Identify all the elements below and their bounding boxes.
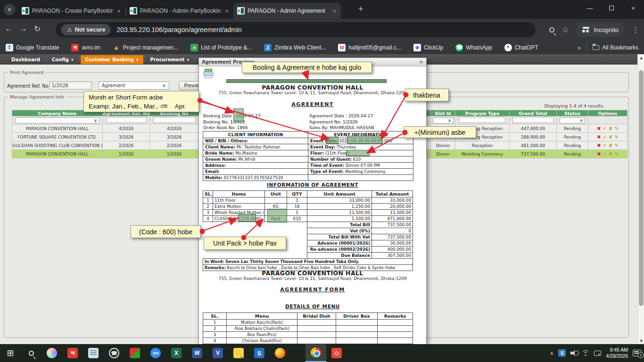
back-icon[interactable]: ← [5,24,13,34]
bookmark-zimbra[interactable]: ZZimbra Web Client... [264,44,326,51]
col-booking[interactable]: Booking No [150,110,199,116]
col-status[interactable]: Status [557,110,588,116]
company-filter-select[interactable]: ∨ [16,117,99,123]
zoom-search-icon[interactable] [549,27,554,33]
edit-icon[interactable]: ✎ [614,143,618,148]
scroll-down-icon[interactable]: ▼ [638,337,644,344]
not-secure-chip[interactable]: ⚠ Not secure [61,24,111,35]
edit-icon[interactable]: ✎ [614,151,618,156]
all-bookmarks-button[interactable]: All Bookmarks [593,44,638,51]
approve-icon[interactable]: ✔ [603,134,607,140]
delete-icon[interactable]: ✖ [597,151,601,156]
taskbar-word[interactable]: W [187,344,207,362]
scroll-up-icon[interactable]: ▲ [638,54,644,61]
menu-table: SL.MenuBridal Dish Driver BoxRemarks 1Mu… [203,313,413,344]
new-tab-button[interactable]: + [358,5,363,13]
reject-icon[interactable]: ✘ [609,143,612,148]
volume-icon[interactable] [570,350,577,356]
notification-center-icon[interactable]: 1 [633,350,641,356]
ref-filter-input[interactable] [106,117,147,123]
taskbar-anydesk[interactable]: ◇ [326,344,347,362]
bookmark-project-management[interactable]: ▲Project managemen... [113,44,178,51]
window-close-button[interactable]: × [622,0,644,16]
taskbar-zoom[interactable]: zm [145,344,166,362]
print-icon[interactable] [203,69,214,78]
taskbar-notepad[interactable] [83,344,104,362]
taskbar-chrome-active[interactable] [305,344,326,362]
delete-icon[interactable]: ✖ [597,126,601,131]
reject-icon[interactable]: ✘ [609,126,612,131]
reject-icon[interactable]: ✘ [609,151,612,156]
slot-filter-select[interactable]: ∨ [433,117,454,123]
approve-icon[interactable]: ✔ [603,143,607,148]
approve-icon[interactable]: ✔ [603,126,607,131]
delete-icon[interactable]: ✖ [597,134,601,140]
bookmark-prototype-list[interactable]: +List of Prototype &... [190,44,252,51]
bookmark-chatgpt[interactable]: *ChatGPT [504,44,538,51]
start-button[interactable]: ⊞ [0,344,21,362]
bookmark-clickup[interactable]: ◆ClickUp [413,44,443,51]
document-type-select[interactable]: Agrement ∨ [99,82,169,90]
agreement-ref-input[interactable] [50,82,92,90]
window-minimize-button[interactable]: — [579,0,601,16]
bookmark-google-translate[interactable]: 文Google Translate [6,44,59,51]
status-badge: Pending [557,141,588,150]
taskbar-copilot[interactable] [41,344,62,362]
tab-close-icon[interactable]: × [224,8,230,15]
bookmark-star-icon[interactable]: ☆ [562,25,569,35]
taskbar-clock[interactable]: 9:45 AM 4/28/2026 [606,347,628,359]
cast-display-icon[interactable] [594,351,601,356]
taskbar-whatsapp[interactable]: ☎ [104,344,124,362]
edit-icon[interactable]: ✎ [614,134,618,140]
taskbar-excel[interactable]: X [166,344,187,362]
hall-address-2: 755, Green Rowshanara Tower Level- 10 & … [199,276,426,281]
approve-icon[interactable]: ✔ [603,151,607,156]
tab-admin-agreement[interactable]: PARAGON - Admin Agreement × [233,3,341,19]
program-filter-input[interactable] [459,117,506,123]
forward-icon[interactable]: → [19,24,27,34]
nav-dashboard[interactable]: Dashboard [7,55,45,64]
col-ref[interactable]: Agreement Ref. No [103,110,150,116]
browser-menu-icon[interactable]: ⋮ [632,25,639,34]
col-slot[interactable]: Slot Id [431,110,455,116]
col-program[interactable]: Program Type [455,110,510,116]
page-scrollbar[interactable]: ▲ ▼ [637,54,644,344]
reload-icon[interactable]: ↻ [34,24,41,34]
modal-close-icon[interactable]: × [419,59,423,65]
tab-search-chevron-icon[interactable]: ∨ [4,4,15,15]
taskbar-sticky-notes[interactable] [228,344,249,362]
booking-filter-input[interactable] [153,117,196,123]
nav-config[interactable]: Config▼ [47,55,78,64]
tab-admin-partybooking[interactable]: PARAGON - Admin PartyBookin × [126,3,233,19]
taskbar-image-viewer[interactable] [124,344,145,362]
tab-close-icon[interactable]: × [331,8,337,15]
taskbar-firefox[interactable] [270,344,290,362]
url-text[interactable]: 203.95.220.106/paragon/agreement/admin [116,26,241,33]
tray-expand-icon[interactable]: ∧ [550,350,553,356]
bookmarks-overflow-icon[interactable]: » [578,44,581,51]
window-maximize-button[interactable] [601,0,622,16]
edit-icon[interactable]: ✎ [614,126,618,131]
taskbar-avro[interactable]: অ [62,344,83,362]
col-total[interactable]: Grand Total [510,110,557,116]
taskbar-search[interactable] [21,344,41,362]
nav-procurement[interactable]: Procurement▼ [146,55,194,64]
tab-create-partybooking[interactable]: PARAGON - Create PartyBookin × [18,3,125,19]
nav-customer-booking[interactable]: Customer Booking▼ [81,55,143,64]
tray-skype-icon[interactable]: S [558,349,566,357]
taskbar-skype[interactable]: S [249,344,270,362]
total-filter-input[interactable] [512,117,554,123]
wifi-icon[interactable] [582,350,589,356]
scrollbar-thumb[interactable] [639,70,644,306]
modal-titlebar[interactable]: Agreement Preview × [199,58,426,66]
tab-close-icon[interactable]: × [116,8,122,15]
address-bar[interactable]: ⚠ Not secure 203.95.220.106/paragon/agre… [56,22,536,37]
taskbar-visio[interactable]: V [207,344,228,362]
status-filter-select[interactable]: ∨ [560,117,585,123]
bookmark-whatsapp[interactable]: ☎WhatsApp [455,44,492,51]
bookmark-avro[interactable]: অavro.im [71,44,100,51]
delete-icon[interactable]: ✖ [597,143,601,148]
reject-icon[interactable]: ✘ [609,134,612,140]
col-company[interactable]: Company Name [12,110,103,116]
bookmark-gmail[interactable]: Mhafijmit05@gmail.c... [338,44,401,51]
